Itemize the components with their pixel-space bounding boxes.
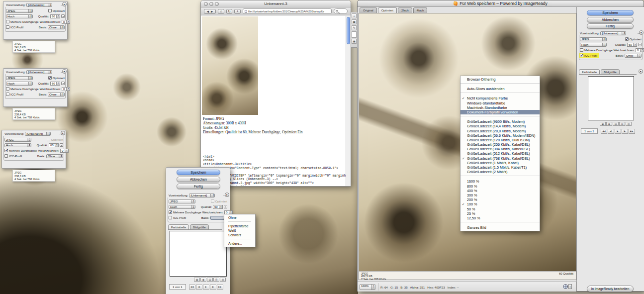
quality-channel-icon[interactable] — [224, 205, 227, 208]
menu-item[interactable]: Windows-Standardfarbe — [460, 101, 540, 105]
reload-button[interactable]: ↻ — [226, 9, 232, 14]
lock-icon[interactable]: ◉ — [200, 278, 206, 282]
menu-item[interactable]: Browser-Dithering — [460, 77, 540, 82]
browser-globe-icon[interactable] — [563, 284, 568, 289]
optimized-checkbox[interactable] — [48, 76, 52, 80]
first-slice-button[interactable]: ◀◀ — [189, 285, 195, 290]
icc-checkbox[interactable] — [169, 216, 172, 219]
zoom-icon[interactable] — [215, 2, 219, 6]
quality-level-select[interactable]: Hoch — [169, 205, 195, 209]
preview-tab[interactable]: 2fach — [398, 7, 412, 13]
panel-tab[interactable]: Bildgröße — [601, 69, 620, 74]
quality-field[interactable]: 60 — [49, 143, 59, 147]
preset-select[interactable]: [Unbenannt] — [600, 31, 626, 35]
menu-item[interactable]: 100 % — [460, 202, 540, 206]
quality-field[interactable]: 60 — [50, 14, 60, 18]
icc-checkbox[interactable] — [580, 54, 583, 57]
matte-select[interactable]: Ohne — [46, 154, 63, 158]
zoom-level-select[interactable]: 100% — [360, 284, 375, 290]
new-swatch-icon[interactable]: ⊞ — [619, 122, 625, 126]
search-input[interactable] — [334, 8, 348, 14]
trash-icon[interactable]: ▥ — [220, 278, 226, 282]
menu-item[interactable]: Größe/Ladezeit (14,4 Kbit/s, Modem) — [460, 124, 540, 128]
optimized-checkbox[interactable] — [48, 9, 52, 12]
home-button[interactable]: ⌂ — [218, 9, 224, 14]
color-table[interactable] — [170, 231, 227, 277]
icc-checkbox[interactable] — [6, 25, 9, 29]
done-button[interactable]: Fertig — [177, 184, 220, 189]
cancel-button[interactable]: Abbrechen — [177, 177, 220, 182]
sfw-titlebar[interactable]: Für Web speichern – Powered by ImageRead… — [358, 0, 644, 7]
menu-item[interactable]: Größe/Ladezeit (768 Kbit/s, Kabel/DSL) — [460, 156, 540, 161]
trash-icon[interactable]: ▥ — [626, 122, 632, 126]
blur-field[interactable]: 0 — [62, 20, 70, 24]
menu-item[interactable]: Größe/Ladezeit (512 Kbit/s, Kabel/DSL) — [460, 151, 540, 156]
preset-select[interactable]: [Unbenannt] — [26, 3, 52, 7]
web-snap-icon[interactable]: ▣ — [600, 122, 606, 126]
back-forward-buttons[interactable]: ◀▶ — [204, 9, 216, 14]
cube-icon[interactable]: ▤ — [613, 122, 619, 126]
optimized-checkbox[interactable] — [625, 37, 629, 41]
blur-field[interactable]: 0 — [636, 48, 644, 52]
back-icon[interactable]: ◀ — [207, 10, 209, 13]
menu-item[interactable]: Auto-Slices ausblenden — [460, 87, 540, 91]
optimized-checkbox[interactable] — [47, 138, 50, 141]
menu-item[interactable]: Größe/Ladezeit (384 Kbit/s, Kabel/DSL) — [460, 147, 540, 151]
preview-tab[interactable]: Optimiert — [378, 7, 397, 13]
quality-field[interactable]: 60 — [50, 82, 60, 86]
menu-item[interactable]: Größe/Ladezeit (9600 Bit/s, Modem) — [460, 119, 540, 124]
passes-checkbox[interactable] — [6, 20, 9, 23]
last-slice-button[interactable]: ▶▶ — [217, 285, 223, 290]
edit-in-imageready-button[interactable]: In ImageReady bearbeiten — [587, 286, 634, 292]
quality-level-select[interactable]: Hoch — [580, 43, 607, 47]
new-swatch-icon[interactable]: ⊞ — [213, 278, 219, 282]
cancel-button[interactable]: Abbrechen — [587, 17, 634, 22]
passes-checkbox[interactable] — [169, 210, 172, 214]
panel-tab[interactable]: Farbtabelle — [168, 224, 189, 229]
first-slice-button[interactable]: ◀◀ — [601, 129, 607, 134]
quality-level-select[interactable]: Hoch — [6, 82, 33, 86]
format-select[interactable]: JPEG — [6, 76, 33, 80]
menu-item[interactable]: 800 % — [460, 184, 540, 189]
optimized-checkbox[interactable] — [211, 199, 214, 203]
done-button[interactable]: Fertig — [587, 23, 634, 29]
quality-channel-icon[interactable] — [638, 43, 642, 46]
format-select[interactable]: JPEG — [169, 199, 195, 203]
panel-menu-icon[interactable]: ▸ — [62, 2, 67, 6]
last-slice-button[interactable]: ▶▶ — [629, 129, 635, 134]
browser-select-dropdown[interactable]: ▼ — [568, 284, 572, 289]
panel-menu-icon[interactable]: ▸ — [62, 69, 67, 74]
scrollbar-thumb[interactable] — [347, 17, 350, 44]
next-slice-button[interactable]: |▶ — [210, 285, 216, 290]
blur-field[interactable]: 0 — [60, 149, 69, 153]
menu-item[interactable]: Größe/Ladezeit (1 Mbit/s, Kabel) — [460, 161, 540, 165]
color-table[interactable] — [588, 76, 634, 120]
menu-item[interactable]: Größe/Ladezeit (1,5 Mbit/s, Kabel/T1) — [460, 165, 540, 170]
lock-icon[interactable]: ◉ — [606, 122, 612, 126]
quality-field[interactable]: 60 — [213, 205, 223, 209]
menu-item[interactable]: Macintosh-Standardfarbe — [460, 105, 540, 110]
prev-slice-button[interactable]: ◀| — [608, 129, 614, 134]
menu-item[interactable]: 300 % — [460, 193, 540, 197]
menu-item[interactable]: Größe/Ladezeit (2 Mbit/s) — [460, 170, 540, 174]
preset-select[interactable]: [Unbenannt] — [189, 194, 215, 197]
quality-channel-icon[interactable] — [60, 143, 63, 147]
menu-item[interactable]: Nicht kompensierte Farbe — [460, 96, 540, 100]
color-swatch[interactable] — [352, 31, 357, 38]
quality-channel-icon[interactable] — [61, 14, 65, 18]
panel-menu-icon[interactable]: ▸ — [225, 193, 229, 197]
scrollbar[interactable] — [346, 16, 351, 186]
preview-tab[interactable]: 4fach — [413, 7, 428, 13]
address-bar[interactable]: file:///private/var/tmp/folders.501/Clea… — [243, 8, 332, 14]
menu-item[interactable]: 25 % — [460, 211, 540, 216]
menu-item[interactable]: Ohne — [224, 215, 255, 220]
play-slice-button[interactable]: ▶ — [203, 285, 209, 290]
menu-item[interactable]: 12,50 % — [460, 216, 540, 220]
menu-item[interactable]: Pipettenfarbe — [224, 224, 255, 228]
menu-item[interactable]: Dokument-Farbprofil verwenden — [460, 110, 540, 114]
panel-menu-icon[interactable]: ▸ — [639, 69, 643, 74]
eyedropper-tool-icon[interactable]: ◉ — [352, 39, 357, 44]
menu-item[interactable]: Schwarz — [224, 233, 255, 237]
add-bookmark-button[interactable]: + — [234, 9, 241, 14]
menu-item[interactable]: 200 % — [460, 197, 540, 202]
